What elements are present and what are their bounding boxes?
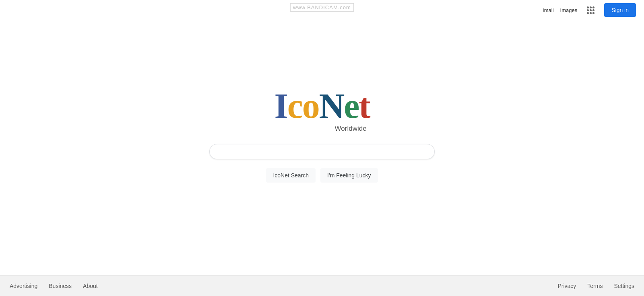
settings-link[interactable]: Settings bbox=[614, 283, 634, 289]
logo-letter-N: N bbox=[319, 86, 344, 125]
logo-letter-t: t bbox=[359, 86, 369, 125]
about-link[interactable]: About bbox=[83, 283, 98, 289]
logo-letter-I: I bbox=[274, 86, 287, 125]
advertising-link[interactable]: Advertising bbox=[10, 283, 37, 289]
apps-icon[interactable] bbox=[584, 3, 598, 17]
logo-letter-c: c bbox=[287, 86, 302, 125]
logo-worldwide: Worldwide bbox=[274, 125, 369, 133]
search-input[interactable] bbox=[209, 144, 435, 159]
imail-link[interactable]: Imail bbox=[543, 7, 553, 13]
logo-letter-o: o bbox=[302, 86, 319, 125]
images-link[interactable]: Images bbox=[560, 7, 578, 13]
iconet-search-button[interactable]: IcoNet Search bbox=[266, 168, 316, 183]
logo: IcoNet Worldwide bbox=[274, 88, 369, 133]
search-buttons: IcoNet Search I'm Feeling Lucky bbox=[266, 168, 378, 183]
footer: Advertising Business About Privacy Terms… bbox=[0, 275, 644, 296]
logo-text: IcoNet bbox=[274, 88, 369, 124]
footer-left: Advertising Business About bbox=[10, 283, 98, 289]
business-link[interactable]: Business bbox=[49, 283, 72, 289]
terms-link[interactable]: Terms bbox=[587, 283, 603, 289]
footer-right: Privacy Terms Settings bbox=[557, 283, 634, 289]
sign-in-button[interactable]: Sign in bbox=[604, 3, 636, 17]
privacy-link[interactable]: Privacy bbox=[557, 283, 576, 289]
feeling-lucky-button[interactable]: I'm Feeling Lucky bbox=[320, 168, 378, 183]
main-content: IcoNet Worldwide IcoNet Search I'm Feeli… bbox=[0, 20, 644, 275]
header: Imail Images Sign in bbox=[0, 0, 644, 20]
logo-letter-e: e bbox=[344, 86, 359, 125]
